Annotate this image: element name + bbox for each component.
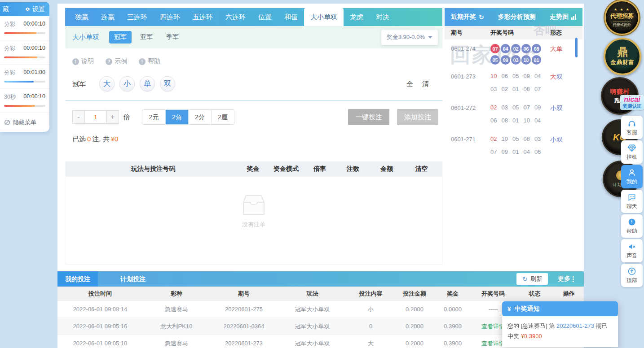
settings-label: 设置 bbox=[32, 5, 45, 13]
draw-ball: 04 bbox=[501, 44, 510, 53]
recent-nav-item[interactable]: 走势图 bbox=[550, 13, 576, 21]
draw-number: 02 bbox=[490, 135, 497, 144]
betslip-column-header: 清空 bbox=[400, 165, 443, 173]
info-icon: ! bbox=[72, 58, 79, 65]
clear-button[interactable]: 清 bbox=[422, 80, 429, 88]
bet-option-button[interactable]: 大 bbox=[99, 76, 115, 91]
badge-agent-recruit[interactable]: ★ ★ ★ 代理招募 托管式跑分 bbox=[604, 0, 640, 35]
bet-option-button[interactable]: 双 bbox=[160, 76, 175, 91]
betslip-column-header: 资金模式 bbox=[265, 165, 307, 173]
chat-icon bbox=[627, 193, 636, 202]
order-cell: 0.3900 bbox=[435, 323, 471, 330]
multiplier-plus-button[interactable]: + bbox=[106, 110, 119, 124]
orders-column-header: 操作 bbox=[554, 290, 584, 298]
orders-table-header: 投注时间彩种期号玩法投注内容投注金额奖金开奖号码状态操作 bbox=[57, 287, 584, 301]
game-tab[interactable]: 连赢 bbox=[95, 8, 121, 26]
game-tab[interactable]: 独赢 bbox=[69, 8, 95, 26]
nicai-cert-overlay[interactable]: nicai 奖源认证 bbox=[620, 95, 644, 110]
more-dots-icon bbox=[573, 276, 574, 282]
select-all-button[interactable]: 全 bbox=[406, 80, 413, 88]
help-link[interactable]: !帮助 bbox=[139, 57, 160, 65]
user-icon bbox=[627, 168, 636, 177]
recent-nav-item[interactable]: 多彩分析预测 bbox=[498, 13, 536, 21]
bet-option-button[interactable]: 小 bbox=[119, 76, 135, 91]
money-unit-button[interactable]: 2角 bbox=[165, 110, 188, 124]
my-account-button[interactable]: 我的 bbox=[621, 165, 643, 188]
position-tab[interactable]: 冠军 bbox=[109, 31, 132, 44]
game-tab[interactable]: 对决 bbox=[370, 8, 396, 26]
order-cell: 0.3900 bbox=[435, 340, 471, 347]
chat-button[interactable]: 聊天 bbox=[621, 190, 643, 213]
badge-gold-fortune[interactable]: 鼎 金鼎财富 bbox=[604, 38, 641, 75]
refresh-button[interactable]: ↻ 刷新 bbox=[516, 273, 548, 285]
money-unit-button[interactable]: 2分 bbox=[188, 110, 211, 124]
countdown-progress-bar bbox=[4, 57, 45, 58]
betslip-column-header: 金额 bbox=[373, 165, 400, 173]
multiplier-input[interactable]: 1 bbox=[85, 110, 106, 124]
help-link[interactable]: ?示例 bbox=[106, 57, 127, 65]
sidebar-hide-tab[interactable]: 藏 bbox=[3, 5, 9, 13]
recent-nav-item[interactable]: 近期开奖↻ bbox=[451, 13, 484, 21]
game-tab[interactable]: 位置 bbox=[252, 8, 278, 26]
help-button[interactable]: 帮助 bbox=[621, 214, 643, 238]
game-tab[interactable]: 四连环 bbox=[154, 8, 186, 26]
order-cell: 0.2000 bbox=[394, 323, 435, 330]
auto-bet-button[interactable]: 挂机 bbox=[621, 140, 643, 164]
notification-header[interactable]: ¥ 中奖通知 bbox=[502, 301, 618, 316]
draw-ball: 07 bbox=[490, 44, 500, 53]
lottery-item[interactable]: 30秒00:00:10 bbox=[0, 89, 49, 113]
bet-option-button[interactable]: 单 bbox=[140, 76, 155, 91]
scrollbar-thumb[interactable] bbox=[575, 38, 578, 57]
floating-toolbar: 客服 挂机 我的 聊天 帮助 声音 顶部 bbox=[621, 116, 643, 287]
recent-draws-panel: 近期开奖↻多彩分析预测走势图 期号开奖号码形态 0601-27407040206… bbox=[445, 8, 582, 161]
draw-number: 04 bbox=[534, 72, 541, 81]
game-tab[interactable]: 和值 bbox=[278, 8, 304, 26]
game-tab[interactable]: 大小单双 bbox=[304, 8, 344, 26]
lottery-item[interactable]: 分彩00:00:10 bbox=[0, 40, 49, 65]
betslip-column-header: 注数 bbox=[333, 165, 373, 173]
orders-tab[interactable]: 我的投注 bbox=[57, 271, 98, 287]
money-unit-button[interactable]: 2厘 bbox=[211, 110, 234, 124]
add-bet-button[interactable]: 添加投注 bbox=[397, 109, 438, 125]
customer-service-button[interactable]: 客服 bbox=[621, 116, 643, 139]
game-tab[interactable]: 龙虎 bbox=[344, 8, 370, 26]
sidebar-header: 藏 设置 bbox=[0, 2, 49, 16]
selected-count: 0 bbox=[86, 135, 92, 143]
refresh-label: 刷新 bbox=[530, 275, 542, 283]
bonus-dropdown[interactable]: 奖金3.90-0.0% bbox=[381, 30, 438, 45]
recent-nav-label: 近期开奖 bbox=[451, 13, 476, 21]
orders-column-header: 彩种 bbox=[143, 290, 210, 298]
draw-pattern: 小双 bbox=[550, 135, 582, 161]
position-tab[interactable]: 季军 bbox=[161, 31, 184, 44]
orders-tab[interactable]: 计划投注 bbox=[113, 271, 153, 287]
countdown-time: 00:00:10 bbox=[23, 21, 45, 28]
notification-issue-link[interactable]: 20220601-273 bbox=[556, 322, 594, 329]
draw-number: 08 bbox=[523, 85, 529, 94]
orders-column-header: 奖金 bbox=[435, 290, 471, 298]
lottery-item[interactable]: 分彩00:00:10 bbox=[0, 16, 49, 40]
help-link[interactable]: !说明 bbox=[72, 57, 94, 65]
order-cell: 0.0000 bbox=[435, 306, 471, 313]
draw-issue: 0601-273 bbox=[451, 72, 490, 98]
hide-menu-button[interactable]: 隐藏菜单 bbox=[0, 113, 49, 132]
more-button[interactable]: 更多 bbox=[558, 271, 574, 287]
settings-button[interactable]: 设置 bbox=[25, 5, 45, 13]
draw-issue: 0601-274 bbox=[451, 44, 490, 66]
back-to-top-button[interactable]: 顶部 bbox=[621, 264, 643, 287]
game-tab[interactable]: 六连环 bbox=[219, 8, 252, 26]
bet-row-label: 冠军 bbox=[72, 80, 86, 88]
countdown-time: 00:00:10 bbox=[23, 45, 45, 52]
lottery-item[interactable]: 分彩00:01:00 bbox=[0, 65, 49, 89]
countdown-time: 00:00:10 bbox=[23, 93, 45, 101]
sound-button[interactable]: 声音 bbox=[621, 239, 643, 262]
game-tab[interactable]: 三连环 bbox=[121, 8, 154, 26]
order-cell: 0.2000 bbox=[394, 340, 435, 347]
order-cell: 小 bbox=[347, 305, 394, 313]
multiplier-minus-button[interactable]: - bbox=[72, 110, 85, 124]
quick-bet-button[interactable]: 一键投注 bbox=[348, 109, 389, 125]
draw-number: 04 bbox=[523, 148, 529, 157]
game-tab[interactable]: 五连环 bbox=[186, 8, 219, 26]
position-tab[interactable]: 亚军 bbox=[135, 31, 158, 44]
money-unit-button[interactable]: 2元 bbox=[142, 110, 165, 124]
win-notification-popup: ¥ 中奖通知 您的 [急速赛马] 第 20220601-273 期已中奖 ¥0.… bbox=[502, 301, 618, 347]
